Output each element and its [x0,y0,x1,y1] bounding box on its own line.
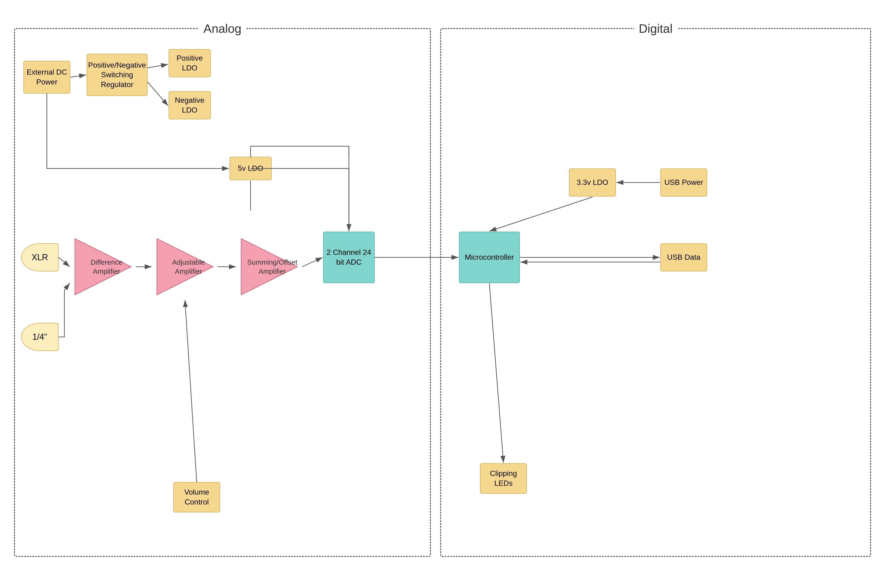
pos-neg-switching: Positive/Negative Switching Regulator [87,54,147,96]
external-dc-power: External DC Power [23,61,70,94]
volume-control: Volume Control [173,482,220,512]
quarter-inch-connector: 1/4" [21,323,59,351]
clipping-leds: Clipping LEDs [480,463,527,494]
adjustable-amplifier: Adjustable Amplifier [152,234,218,300]
diagram-container: Analog Digital External DC Power Positiv… [14,19,873,571]
digital-title: Digital [634,21,677,36]
five-v-ldo: 5v LDO [230,157,272,180]
microcontroller: Microcontroller [459,232,520,283]
adc: 2 Channel 24 bit ADC [323,232,375,283]
analog-title: Analog [199,21,246,36]
three-three-v-ldo: 3.3v LDO [569,168,616,196]
usb-data: USB Data [660,243,707,272]
positive-ldo: Positive LDO [168,49,211,77]
summing-offset-amplifier: Summing/Offset Amplifier [236,234,302,300]
negative-ldo: Negative LDO [168,91,211,119]
usb-power: USB Power [660,168,707,196]
xlr-connector: XLR [21,243,59,272]
difference-amplifier: Difference Amplifier [70,234,136,300]
